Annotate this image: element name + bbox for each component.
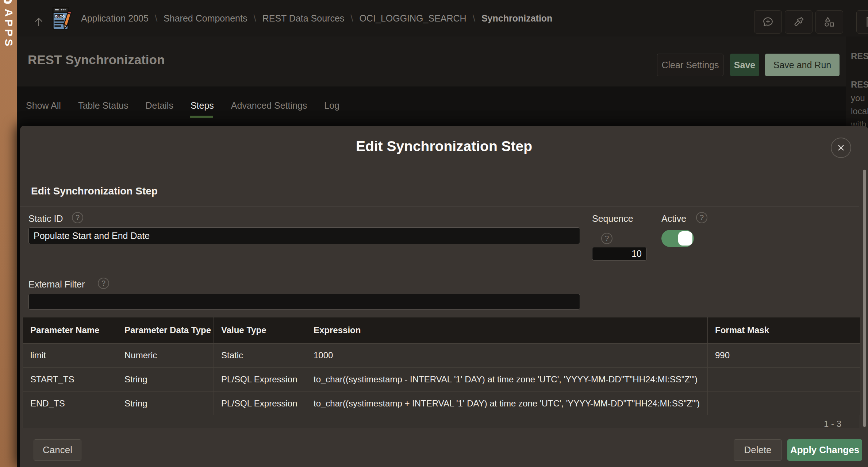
static-id-help-icon[interactable]: ? [72,212,83,223]
external-filter-help-icon[interactable]: ? [98,278,109,289]
parameters-table: Parameter Name Parameter Data Type Value… [23,317,860,416]
comment-plus-icon [762,16,774,28]
tab-steps[interactable]: Steps [191,100,214,118]
tab-bar: Show All Table Status Details Steps Adva… [17,86,868,126]
delete-button[interactable]: Delete [734,439,782,461]
table-row[interactable]: END_TS String PL/SQL Expression to_char(… [23,391,860,416]
cell-parameter-name: END_TS [23,391,117,416]
clipped-letter [4,0,12,4]
table-row[interactable]: START_TS String PL/SQL Expression to_cha… [23,367,860,391]
breadcrumb-rest-data-sources[interactable]: REST Data Sources [262,13,345,24]
active-toggle[interactable] [661,230,694,247]
cell-format-mask: 990 [708,343,860,367]
page-edit-icon [864,16,868,28]
region-header: Edit Synchronization Step [20,175,859,207]
static-id-label: Static ID [28,213,63,224]
page-title: REST Synchronization [28,53,165,67]
application-blog-icon[interactable]: BLOG [52,7,72,32]
screen: APPS BLOG [0,0,868,467]
help-text-fragment: with [851,119,867,126]
save-and-run-button[interactable]: Save and Run [765,54,840,76]
sequence-input[interactable] [592,247,647,260]
component-view-button[interactable] [815,10,843,34]
help-side-panel: REST REST you local with serv [846,36,868,126]
col-value-type[interactable]: Value Type [214,317,306,343]
cell-value-type: Static [214,343,306,367]
cell-format-mask [708,391,860,416]
add-comment-button[interactable] [754,10,782,34]
sequence-help-icon[interactable]: ? [601,233,612,244]
tab-advanced-settings[interactable]: Advanced Settings [231,100,307,118]
breadcrumb-shared-components[interactable]: Shared Components [164,13,247,24]
sequence-label: Sequence [592,213,633,224]
breadcrumb: Application 2005 \ Shared Components \ R… [81,0,552,36]
breadcrumb-oci-logging-search[interactable]: OCI_LOGGING_SEARCH [360,13,466,24]
cell-parameter-data-type: String [117,391,214,416]
dialog-footer: Cancel Delete Apply Changes [20,428,868,467]
developer-toolbar [754,10,868,34]
tab-show-all[interactable]: Show All [26,100,61,118]
col-expression[interactable]: Expression [306,317,708,343]
shapes-icon [823,16,836,28]
breadcrumb-synchronization: Synchronization [481,13,552,24]
tab-table-status[interactable]: Table Status [78,100,128,118]
save-button[interactable]: Save [730,54,759,76]
close-dialog-button[interactable] [831,138,851,158]
help-text-fragment: you [851,93,865,103]
breadcrumb-separator: \ [350,13,353,24]
external-filter-label: External Filter [28,279,85,290]
help-text-fragment: local [851,106,868,116]
up-arrow-icon [33,16,45,28]
top-bar: BLOG Application 2005 \ Shared Component… [17,0,868,36]
tab-log[interactable]: Log [324,100,339,118]
cell-format-mask [708,367,860,391]
cell-parameter-data-type: Numeric [117,343,214,367]
tab-group-label: APPS [3,9,15,49]
browser-tab-strip[interactable]: APPS [0,0,17,467]
flashlight-icon [792,16,805,28]
table-pagination: 1 - 3 [23,415,860,428]
cell-parameter-name: START_TS [23,367,117,391]
close-icon [836,143,846,153]
theme-roller-button[interactable] [785,10,813,34]
svg-text:BLOG: BLOG [55,15,65,18]
cancel-button[interactable]: Cancel [34,439,81,461]
external-filter-input[interactable] [28,294,580,310]
static-id-input[interactable] [28,227,580,244]
cell-value-type: PL/SQL Expression [214,391,306,416]
edit-synchronization-step-dialog: Edit Synchronization Step Edit Synchroni… [20,126,868,467]
table-row[interactable]: limit Numeric Static 1000 990 [23,343,860,367]
pagination-range: 1 - 3 [824,419,841,428]
breadcrumb-separator: \ [473,13,475,24]
cell-parameter-name: limit [23,343,117,367]
col-parameter-data-type[interactable]: Parameter Data Type [117,317,214,343]
nav-up-button[interactable] [31,14,47,30]
cell-parameter-data-type: String [117,367,214,391]
apply-changes-button[interactable]: Apply Changes [787,439,862,461]
help-text-fragment: REST [851,51,868,61]
breadcrumb-separator: \ [253,13,256,24]
scrollbar[interactable] [863,170,866,427]
cell-expression: 1000 [306,343,708,367]
cell-expression: to_char((systimestamp - INTERVAL '1' DAY… [306,367,708,391]
col-parameter-name[interactable]: Parameter Name [23,317,117,343]
edit-page-button[interactable] [856,10,868,34]
toggle-knob [678,231,692,246]
cell-expression: to_char((systimestamp + INTERVAL '1' DAY… [306,391,708,416]
breadcrumb-application[interactable]: Application 2005 [81,13,149,24]
breadcrumb-separator: \ [155,13,157,24]
dialog-title: Edit Synchronization Step [20,138,868,154]
region-title: Edit Synchronization Step [31,175,158,207]
help-text-fragment: REST [851,80,868,90]
clear-settings-button[interactable]: Clear Settings [657,54,723,76]
active-help-icon[interactable]: ? [696,212,707,223]
table-header-row: Parameter Name Parameter Data Type Value… [23,317,860,343]
tab-details[interactable]: Details [145,100,173,118]
cell-value-type: PL/SQL Expression [214,367,306,391]
active-label: Active [661,213,686,224]
col-format-mask[interactable]: Format Mask [708,317,860,343]
page-header: REST Synchronization Clear Settings Save… [17,36,868,86]
